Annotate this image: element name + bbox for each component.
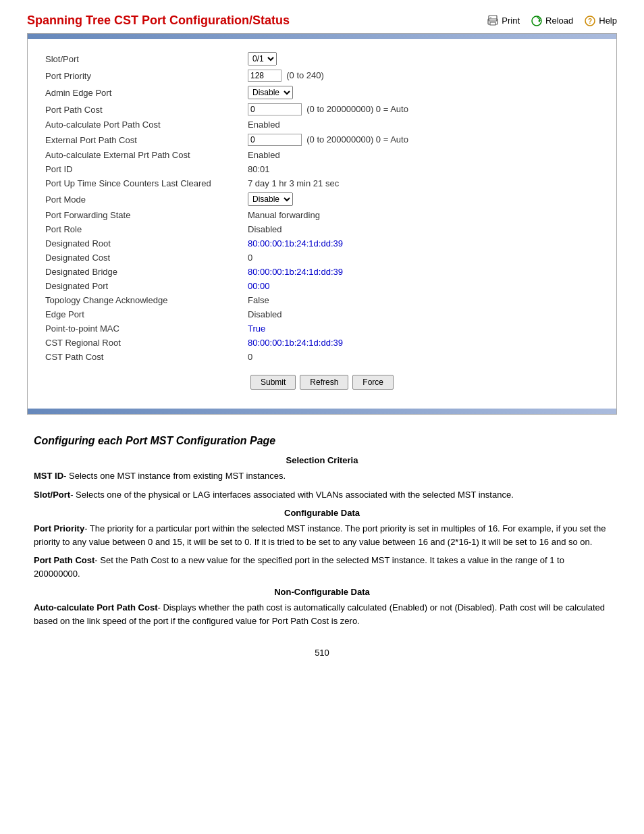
field-label: Designated Cost — [41, 251, 244, 265]
panel-header-bar — [28, 34, 616, 39]
auto-calc-para: Auto-calculate Port Path Cost- Displays … — [34, 601, 610, 627]
field-value: 0 — [244, 251, 603, 265]
table-row: Port Path Cost (0 to 200000000) 0 = Auto — [41, 101, 603, 118]
selection-criteria-title: Selection Criteria — [34, 455, 610, 465]
field-label: Edge Port — [41, 307, 244, 321]
field-value: Disabled — [244, 222, 603, 236]
field-label: External Port Path Cost — [41, 132, 244, 148]
table-row: Designated Bridge 80:00:00:1b:24:1d:dd:3… — [41, 265, 603, 279]
field-value: Enabled — [244, 118, 603, 132]
field-value: Disable Enable — [244, 84, 603, 101]
field-label: Port Priority — [41, 68, 244, 84]
main-panel: Slot/Port 0/1 Port Priority (0 to 240) — [27, 33, 617, 415]
table-row: Edge Port Disabled — [41, 307, 603, 321]
svg-marker-5 — [538, 20, 540, 22]
print-button[interactable]: Print — [487, 15, 520, 27]
field-label: Auto-calculate External Prt Path Cost — [41, 148, 244, 162]
configurable-data-title: Configurable Data — [34, 508, 610, 518]
field-label: Port Forwarding State — [41, 208, 244, 222]
table-row: Designated Cost 0 — [41, 251, 603, 265]
print-icon — [487, 15, 499, 27]
field-value: 80:00:00:1b:24:1d:dd:39 — [244, 336, 603, 350]
print-label: Print — [502, 16, 520, 26]
refresh-button[interactable]: Refresh — [300, 375, 348, 390]
field-label: Designated Port — [41, 279, 244, 293]
table-row: Admin Edge Port Disable Enable — [41, 84, 603, 101]
reload-icon — [531, 15, 543, 27]
port-priority-para: Port Priority- The priority for a partic… — [34, 522, 610, 548]
table-row: Designated Root 80:00:00:1b:24:1d:dd:39 — [41, 236, 603, 251]
svg-rect-0 — [489, 16, 497, 21]
mst-id-label: MST ID — [34, 471, 63, 481]
field-label: CST Regional Root — [41, 336, 244, 350]
force-button[interactable]: Force — [352, 375, 394, 390]
panel-footer-bar — [28, 409, 616, 414]
table-row: Auto-calculate External Prt Path Cost En… — [41, 148, 603, 162]
port-path-cost-input[interactable] — [248, 103, 302, 115]
field-value: 80:00:00:1b:24:1d:dd:39 — [244, 236, 603, 251]
external-port-path-cost-input[interactable] — [248, 134, 302, 146]
field-label: Port Role — [41, 222, 244, 236]
field-value: Manual forwarding — [244, 208, 603, 222]
mst-id-text: - Selects one MST instance from existing… — [63, 471, 286, 481]
submit-button[interactable]: Submit — [250, 375, 296, 390]
table-row: Auto-calculate Port Path Cost Enabled — [41, 118, 603, 132]
field-label: CST Path Cost — [41, 350, 244, 364]
field-value: 80:00:00:1b:24:1d:dd:39 — [244, 265, 603, 279]
field-value: False — [244, 293, 603, 307]
field-label: Port ID — [41, 162, 244, 176]
port-path-cost-note: (0 to 200000000) 0 = Auto — [304, 104, 408, 114]
table-row: Port Up Time Since Counters Last Cleared… — [41, 176, 603, 190]
field-value: 0/1 — [244, 50, 603, 68]
field-value: 0 — [244, 350, 603, 364]
panel-content: Slot/Port 0/1 Port Priority (0 to 240) — [28, 39, 616, 409]
page-header: Spanning Tree CST Port Configuration/Sta… — [27, 14, 617, 28]
help-icon: ? — [584, 15, 596, 27]
external-port-path-cost-note: (0 to 200000000) 0 = Auto — [304, 134, 408, 145]
port-priority-doc-label: Port Priority — [34, 523, 84, 533]
table-row: Slot/Port 0/1 — [41, 50, 603, 68]
port-path-cost-para: Port Path Cost- Set the Path Cost to a n… — [34, 554, 610, 580]
reload-button[interactable]: Reload — [531, 15, 573, 27]
field-value: True — [244, 321, 603, 336]
page-title: Spanning Tree CST Port Configuration/Sta… — [27, 14, 290, 28]
field-value: Disable Enable — [244, 190, 603, 208]
table-row: Port Priority (0 to 240) — [41, 68, 603, 84]
reload-label: Reload — [545, 16, 573, 26]
table-row: Point-to-point MAC True — [41, 321, 603, 336]
field-value: (0 to 240) — [244, 68, 603, 84]
header-actions: Print Reload ? Help — [487, 15, 617, 27]
help-label: Help — [599, 16, 617, 26]
field-label: Auto-calculate Port Path Cost — [41, 118, 244, 132]
page-number: 510 — [27, 648, 617, 658]
table-row: External Port Path Cost (0 to 200000000)… — [41, 132, 603, 148]
table-row: CST Regional Root 80:00:00:1b:24:1d:dd:3… — [41, 336, 603, 350]
table-row: Designated Port 00:00 — [41, 279, 603, 293]
field-label: Port Mode — [41, 190, 244, 208]
field-label: Designated Bridge — [41, 265, 244, 279]
button-row: Submit Refresh Force — [41, 375, 603, 390]
admin-edge-port-select[interactable]: Disable Enable — [248, 86, 293, 99]
field-value: 7 day 1 hr 3 min 21 sec — [244, 176, 603, 190]
slot-port-select[interactable]: 0/1 — [248, 52, 277, 66]
field-value: Enabled — [244, 148, 603, 162]
field-label: Admin Edge Port — [41, 84, 244, 101]
field-label: Topology Change Acknowledge — [41, 293, 244, 307]
table-row: CST Path Cost 0 — [41, 350, 603, 364]
field-value: 00:00 — [244, 279, 603, 293]
port-priority-input[interactable] — [248, 70, 281, 82]
port-priority-note: (0 to 240) — [284, 70, 324, 80]
port-priority-doc-text: - The priority for a particular port wit… — [34, 523, 606, 547]
port-mode-select[interactable]: Disable Enable — [248, 192, 293, 206]
table-row: Port Role Disabled — [41, 222, 603, 236]
non-configurable-title: Non-Configurable Data — [34, 587, 610, 597]
field-value: (0 to 200000000) 0 = Auto — [244, 101, 603, 118]
field-value: Disabled — [244, 307, 603, 321]
port-path-cost-doc-label: Port Path Cost — [34, 555, 95, 565]
svg-text:?: ? — [588, 18, 592, 25]
field-value: 80:01 — [244, 162, 603, 176]
help-button[interactable]: ? Help — [584, 15, 617, 27]
field-label: Slot/Port — [41, 50, 244, 68]
table-row: Port ID 80:01 — [41, 162, 603, 176]
field-label: Point-to-point MAC — [41, 321, 244, 336]
